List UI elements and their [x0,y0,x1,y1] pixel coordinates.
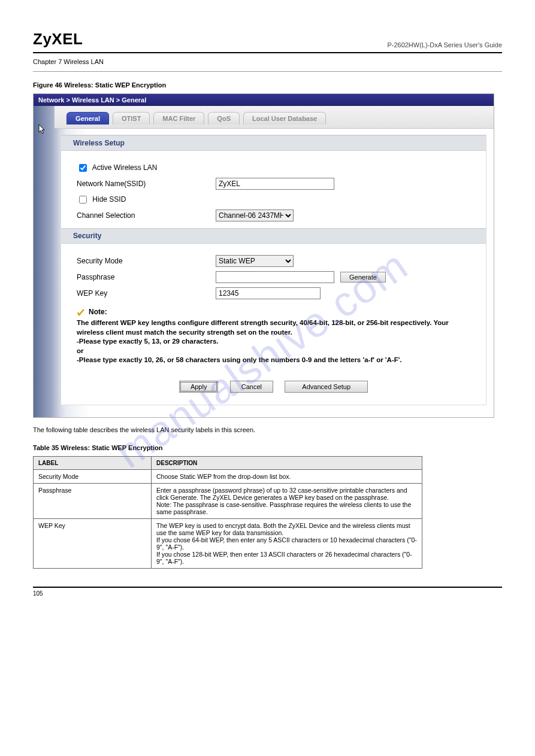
table-row: Passphrase Enter a passphrase (password … [34,483,422,518]
hide-ssid-label: Hide SSID [92,195,126,204]
note-body-2: -Please type exactly 5, 13, or 29 charac… [77,337,470,347]
passphrase-input[interactable] [216,271,334,283]
active-wlan-label: Active Wireless LAN [92,163,158,172]
section-wireless-setup: Wireless Setup [61,135,486,151]
tab-general[interactable]: General [67,112,109,125]
header-right: P-2602HW(L)-DxA Series User's Guide [387,41,502,48]
security-mode-label: Security Mode [77,257,216,265]
note-body-1: The different WEP key lengths configure … [77,318,470,337]
table-intro-sentence: The following table describes the wirele… [33,426,502,433]
tab-qos[interactable]: QoS [208,112,240,125]
channel-label: Channel Selection [77,211,216,220]
cell-label: WEP Key [34,518,152,568]
cancel-button[interactable]: Cancel [230,381,273,393]
cell-label: Security Mode [34,469,152,483]
tab-otist[interactable]: OTIST [113,112,150,125]
th-label: LABEL [34,456,152,469]
note-icon [77,308,85,316]
table-row: WEP Key The WEP key is used to encrypt d… [34,518,422,568]
hide-ssid-checkbox[interactable] [79,196,87,204]
cell-desc: Choose Static WEP from the drop-down lis… [152,469,422,483]
svg-point-0 [78,314,80,315]
wep-key-label: WEP Key [77,289,216,297]
wep-key-input[interactable] [216,287,321,299]
tab-bar: General OTIST MAC Filter QoS Local User … [55,106,494,129]
ssid-input[interactable] [216,178,334,190]
breadcrumb-bar: Network > Wireless LAN > General [34,94,494,106]
advanced-setup-button[interactable]: Advanced Setup [285,381,368,393]
cell-desc: The WEP key is used to encrypt data. Bot… [152,518,422,568]
page-header: ZyXEL P-2602HW(L)-DxA Series User's Guid… [33,30,502,53]
left-gutter [34,106,61,417]
button-row: Apply Cancel Advanced Setup [77,381,470,393]
logo: ZyXEL [33,30,83,48]
table-row: Security Mode Choose Static WEP from the… [34,469,422,483]
active-wlan-checkbox[interactable] [79,164,87,172]
generate-button[interactable]: Generate [340,272,386,283]
cell-desc: Enter a passphrase (password phrase) of … [152,483,422,518]
settings-panel: Wireless Setup Active Wireless LAN Netwo… [61,135,486,405]
chapter-subheader: Chapter 7 Wireless LAN [33,53,502,72]
cursor-icon [38,124,47,136]
cell-label: Passphrase [34,483,152,518]
tab-local-user-db[interactable]: Local User Database [243,112,326,125]
note-or: or [77,347,470,356]
channel-select[interactable]: Channel-06 2437MHz [216,210,294,221]
security-mode-select[interactable]: Static WEP [216,255,294,267]
apply-button[interactable]: Apply [179,381,219,393]
router-ui-panel: Network > Wireless LAN > General General… [33,93,494,418]
table-caption: Table 35 Wireless: Static WEP Encryption [33,444,502,451]
page-footer: 105 [33,587,502,597]
breadcrumb-text: Network > Wireless LAN > General [38,96,146,104]
page-number: 105 [33,590,43,597]
tab-mac-filter[interactable]: MAC Filter [153,112,204,125]
spec-table: LABEL DESCRIPTION Security Mode Choose S… [33,456,422,569]
th-description: DESCRIPTION [152,456,422,469]
figure-caption: Figure 46 Wireless: Static WEP Encryptio… [33,81,502,89]
passphrase-label: Passphrase [77,273,216,281]
note-label: Note: [89,308,107,316]
ssid-label: Network Name(SSID) [77,180,216,188]
note-body-3: -Please type exactly 10, 26, or 58 chara… [77,356,470,365]
section-security: Security [61,228,486,244]
